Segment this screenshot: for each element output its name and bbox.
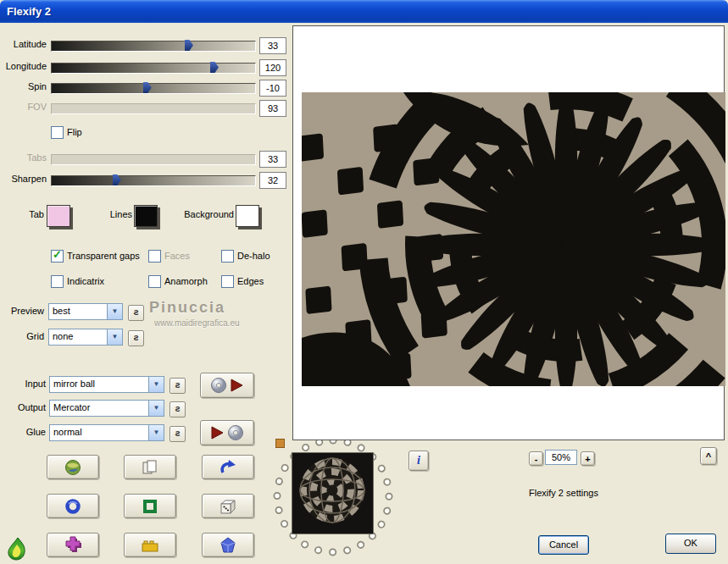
output-select-value: Mercator [53,402,90,412]
indicatrix-label: Indicatrix [67,276,104,288]
faces-checkbox [148,250,161,263]
flip-label: Flip [67,127,82,139]
cross-icon [63,536,83,555]
caret-up-icon: ^ [706,451,711,462]
latitude-label: Latitude [0,39,47,51]
transparent-gaps-label: Transparent gaps [67,251,140,263]
flexify-dialog: Flexify 2 Latitude 33 Longitude 120 Spin… [0,0,728,564]
grid-label: Grid [0,331,44,343]
lines-color-label: Lines [93,209,132,221]
latitude-value[interactable]: 33 [259,37,286,54]
brick-button[interactable] [124,533,176,557]
ok-button[interactable]: OK [665,534,716,554]
globe-icon [63,459,83,476]
glue-select[interactable]: normal ▼ [49,424,164,441]
zoom-in-button[interactable]: + [581,451,595,466]
undo-arrow-icon [218,459,238,476]
plus-icon: + [585,454,590,464]
minus-icon: - [535,454,538,464]
transparent-gaps-checkbox[interactable]: ✓ [51,250,64,263]
copy-icon [140,459,160,476]
preview-select[interactable]: best ▼ [48,303,123,320]
sharpen-slider-thumb[interactable] [113,174,121,185]
zoom-level[interactable]: 50% [545,450,577,465]
tabs-slider [51,154,256,165]
window-title: Flexify 2 [7,5,51,18]
lines-color-swatch[interactable] [134,205,158,227]
background-color-swatch[interactable] [236,205,259,227]
chevron-down-icon[interactable]: ▼ [107,304,122,319]
chevron-down-icon[interactable]: ▼ [107,329,122,345]
dehalo-checkbox[interactable] [221,250,234,263]
zoom-out-button[interactable]: - [529,451,543,466]
status-text: Flexify 2 settings [483,488,644,498]
chevron-down-icon[interactable]: ▼ [148,401,164,416]
edges-checkbox[interactable] [221,275,234,288]
sharpen-slider[interactable] [51,175,256,186]
latitude-slider-thumb[interactable] [185,40,193,51]
spin-label: Spin [0,81,47,93]
ring-button[interactable] [47,494,99,518]
grid-select-value: none [53,331,73,341]
longitude-label: Longitude [0,61,47,73]
longitude-value[interactable]: 120 [259,59,286,76]
mirror-ball-preview-icon [292,453,373,534]
collapse-button[interactable]: ^ [700,447,717,465]
input-s-button[interactable]: ƨ [169,378,186,394]
input-select[interactable]: mirror ball ▼ [49,376,164,393]
gem-button[interactable] [202,533,254,557]
fov-slider [51,103,256,114]
check-icon: ✓ [53,248,62,261]
spin-slider-thumb[interactable] [143,82,152,93]
glue-select-value: normal [53,427,82,437]
cross-button[interactable] [47,533,99,557]
tabs-label: Tabs [0,152,47,164]
input-render-button[interactable] [200,373,254,398]
output-label: Output [0,402,46,414]
latitude-slider[interactable] [51,41,256,52]
title-bar[interactable]: Flexify 2 [0,0,728,23]
info-button[interactable]: i [408,451,429,471]
gem-icon [218,537,238,554]
longitude-slider-thumb[interactable] [210,62,219,73]
preview-label: Preview [0,306,44,318]
tabs-value[interactable]: 33 [259,151,286,168]
faces-label: Faces [164,251,190,263]
anamorph-label: Anamorph [164,276,208,288]
anamorph-checkbox[interactable] [148,275,161,288]
cancel-button[interactable]: Cancel [538,535,589,555]
cd-play-icon [209,377,245,394]
glue-step-marker[interactable] [275,439,285,448]
dehalo-label: De-halo [237,251,270,263]
glue-s-button[interactable]: ƨ [169,426,186,442]
tab-color-swatch[interactable] [47,205,70,227]
indicatrix-checkbox[interactable] [51,275,64,288]
glue-morph-button[interactable] [200,420,254,445]
fov-value[interactable]: 93 [259,100,286,117]
globe-button[interactable] [47,455,99,479]
grid-select[interactable]: none ▼ [48,329,123,346]
preview-select-value: best [53,306,70,316]
chevron-down-icon[interactable]: ▼ [148,377,164,392]
input-label: Input [0,379,46,390]
input-thumbnail[interactable] [292,452,374,534]
tab-color-label: Tab [0,209,44,221]
sharpen-value[interactable]: 32 [259,172,286,189]
preview-s-button[interactable]: ƨ [128,305,144,321]
square-button[interactable] [124,494,176,518]
spin-value[interactable]: -10 [259,80,286,97]
undo-button[interactable] [202,455,254,479]
edges-label: Edges [237,276,264,288]
copy-button[interactable] [124,455,176,479]
output-select[interactable]: Mercator ▼ [49,400,164,417]
dice-button[interactable] [202,494,254,518]
green-square-icon [140,498,160,515]
longitude-slider[interactable] [51,63,256,74]
fov-label: FOV [0,102,47,113]
chevron-down-icon[interactable]: ▼ [148,425,164,440]
preview-image [302,92,725,386]
output-s-button[interactable]: ƨ [169,401,186,417]
flip-checkbox[interactable] [51,126,64,139]
grid-s-button[interactable]: ƨ [128,330,144,346]
spin-slider[interactable] [51,83,256,94]
